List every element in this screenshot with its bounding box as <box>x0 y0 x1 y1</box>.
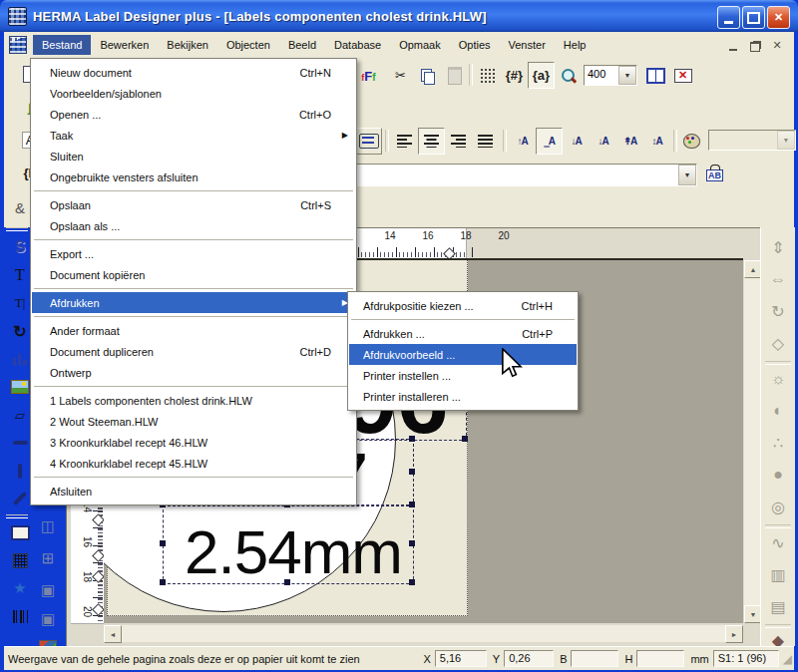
flip-horizontal-button[interactable]: ⇔ <box>766 267 790 291</box>
selection-box[interactable] <box>163 504 414 584</box>
curve-adjust-button[interactable]: ∿ <box>766 530 790 554</box>
maximize-button[interactable] <box>742 6 765 29</box>
menu-item-export[interactable]: Export ... <box>32 243 355 264</box>
insert-counter-button[interactable]: {#} <box>501 62 528 89</box>
selection-handle[interactable] <box>409 579 415 585</box>
menu-beeld[interactable]: Beeld <box>279 35 325 55</box>
style-dropdown-button[interactable]: ▼ <box>777 131 795 150</box>
zoom-button[interactable] <box>555 62 582 89</box>
field-dropdown-button[interactable]: ▼ <box>678 165 696 185</box>
menu-item-ander-formaat[interactable]: Ander formaat <box>32 320 355 341</box>
align-center-button[interactable] <box>418 128 445 155</box>
selection-handle[interactable] <box>462 436 468 442</box>
menu-help[interactable]: Help <box>555 35 596 55</box>
cut-button[interactable]: ✂ <box>387 62 414 89</box>
mdi-minimize-button[interactable] <box>726 39 740 52</box>
menu-item-afdrukvoorbeeld[interactable]: Afdrukvoorbeeld ... <box>349 344 577 365</box>
grid-button[interactable] <box>474 62 501 89</box>
color-palette-button[interactable] <box>678 128 705 155</box>
paste-button[interactable] <box>441 62 468 89</box>
menu-item-openen[interactable]: Openen ...Ctrl+O <box>32 104 355 125</box>
contrast-button[interactable]: ◐ <box>766 399 790 423</box>
rotate-image-button[interactable]: ↻ <box>766 299 790 323</box>
levels-button[interactable]: ▤ <box>766 594 790 618</box>
menu-item-afdrukken-dialog[interactable]: Afdrukken ...Ctrl+P <box>349 323 577 344</box>
menu-item-ontwerp[interactable]: Ontwerp <box>32 362 355 383</box>
menu-bekijken[interactable]: Bekijken <box>158 35 217 55</box>
menu-item-taak[interactable]: Taak▶ <box>32 125 355 146</box>
close-button[interactable]: ✕ <box>767 6 790 29</box>
menu-opties[interactable]: Opties <box>450 35 500 55</box>
menu-item-voorbeelden[interactable]: Voorbeelden/sjablonen <box>32 83 355 104</box>
menu-item-document-dupliceren[interactable]: Document duplicerenCtrl+D <box>32 341 355 362</box>
brightness-button[interactable]: ☼ <box>766 367 790 391</box>
selection-handle[interactable] <box>409 436 415 442</box>
title-bar[interactable]: HERMA Label Designer plus - [Labels comp… <box>0 0 798 32</box>
horizontal-scrollbar[interactable]: ◄ ► <box>104 625 743 642</box>
menu-item-nieuw-document[interactable]: Nieuw documentCtrl+N <box>32 62 355 83</box>
scroll-left-button[interactable]: ◄ <box>104 625 122 643</box>
menu-item-sluiten[interactable]: Sluiten <box>32 146 355 167</box>
barcode-tool-button[interactable] <box>8 604 32 628</box>
mdi-close-button[interactable]: ✕ <box>770 39 784 52</box>
menu-objecten[interactable]: Objecten <box>217 35 279 55</box>
cascade-alt-button[interactable]: ▣ <box>36 607 60 631</box>
align-right-button[interactable] <box>445 128 472 155</box>
zoom-dropdown-button[interactable]: ▼ <box>618 66 636 85</box>
menu-item-recent-file-4[interactable]: 4 Kroonkurklabel recept 45.HLW <box>32 453 355 474</box>
datamatrix-tool-button[interactable] <box>8 548 32 572</box>
insert-variable-button[interactable]: {a} <box>528 62 555 89</box>
skew-button[interactable]: ◇ <box>766 331 790 355</box>
document-icon[interactable] <box>9 36 27 54</box>
menu-item-recent-file-1[interactable]: 1 Labels componenten cholest drink.HLW <box>32 390 355 411</box>
split-window-button[interactable]: ◫ <box>36 514 60 538</box>
chart-tool-button[interactable] <box>8 347 32 371</box>
close-label-button[interactable]: ✕ <box>669 62 696 89</box>
selection-handle[interactable] <box>409 502 415 507</box>
mdi-restore-button[interactable] <box>748 39 762 52</box>
menu-item-opslaan[interactable]: OpslaanCtrl+S <box>32 194 355 215</box>
rotate-tool-button[interactable]: ↻ <box>8 319 32 343</box>
minimize-button[interactable] <box>717 6 740 29</box>
menu-database[interactable]: Database <box>325 35 390 55</box>
valign-stretch-button[interactable]: ↕A <box>643 128 670 155</box>
align-left-button[interactable] <box>391 128 418 155</box>
menu-item-document-kopieren[interactable]: Document kopiëren <box>32 264 355 285</box>
histogram-button[interactable]: ▥ <box>766 562 790 586</box>
hook-tool-button[interactable]: & <box>8 195 32 219</box>
menu-item-ongebruikte-vensters[interactable]: Ongebruikte vensters afsluiten <box>32 167 355 187</box>
menu-item-afdrukpositie[interactable]: Afdrukpositie kiezen ...Ctrl+H <box>349 295 577 316</box>
vertical-scrollbar[interactable]: ▲ ▼ <box>744 260 760 623</box>
saturation-button[interactable]: ● <box>766 463 790 487</box>
selection-handle[interactable] <box>409 540 415 546</box>
resize-grip[interactable]: ◢ <box>783 652 794 666</box>
target-button[interactable]: ◎ <box>766 495 790 518</box>
valign-baseline-button[interactable]: ↓A <box>590 128 616 155</box>
style-combobox[interactable]: ▼ <box>708 130 796 151</box>
valign-top-button[interactable]: ↑A <box>509 128 536 155</box>
valign-bottom-button[interactable]: ↓A <box>563 128 590 155</box>
scroll-right-button[interactable]: ► <box>725 625 743 643</box>
eraser-tool-button[interactable]: ▱ <box>8 403 32 427</box>
selection-handle[interactable] <box>160 579 166 585</box>
menu-venster[interactable]: Venster <box>500 35 555 55</box>
valign-cap-button[interactable]: ↟A <box>616 128 643 155</box>
star-tool-button[interactable]: ★ <box>8 576 32 600</box>
zoom-level-combobox[interactable]: 400 ▼ <box>584 65 637 86</box>
valign-middle-button[interactable]: ‗A <box>536 128 563 155</box>
color-dots-button[interactable]: ∴ <box>766 431 790 455</box>
menu-item-recent-file-2[interactable]: 2 Wout Steeman.HLW <box>32 411 355 432</box>
selection-handle[interactable] <box>160 540 166 546</box>
vline-tool-button[interactable] <box>8 459 32 483</box>
selection-handle[interactable] <box>284 579 290 585</box>
menu-bewerken[interactable]: Bewerken <box>91 35 158 55</box>
justify-button[interactable] <box>472 128 499 155</box>
menu-item-printer-installeren[interactable]: Printer installeren ... <box>349 386 577 407</box>
rectangle-tool-button[interactable] <box>8 520 32 544</box>
menu-item-printer-instellen[interactable]: Printer instellen ... <box>349 365 577 386</box>
image-tool-button[interactable] <box>8 375 32 399</box>
menu-bestand[interactable]: Bestand <box>33 35 91 55</box>
menu-item-opslaan-als[interactable]: Opslaan als ... <box>32 215 355 236</box>
link-fields-button[interactable]: AB <box>701 162 728 188</box>
diagonal-tool-button[interactable] <box>8 487 32 510</box>
